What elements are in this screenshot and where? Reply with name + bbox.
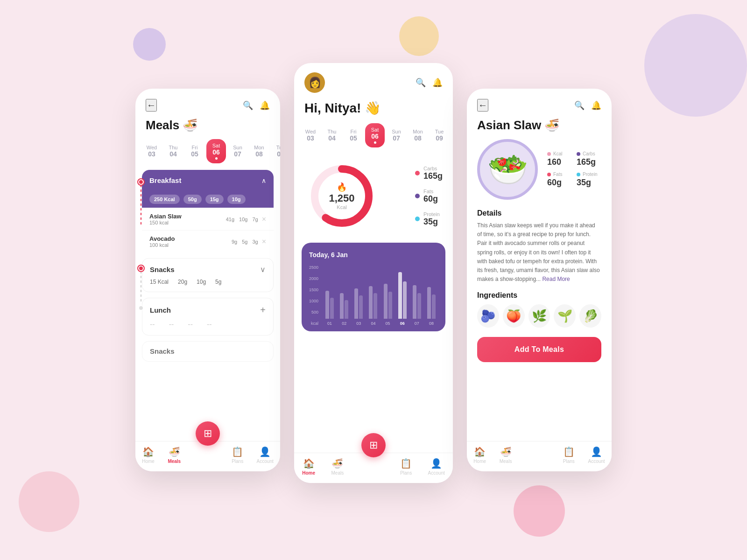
- add-to-meals-button[interactable]: Add To Meals: [477, 337, 601, 362]
- home-nav-account-label: Account: [428, 470, 445, 476]
- fab-button[interactable]: ⊞: [196, 421, 220, 446]
- home-nav-meals-label: Meals: [331, 470, 344, 476]
- home-active-dot: [374, 141, 376, 144]
- phone-home: 👩 🔍 🔔 Hi, Nitya! 👋 Wed 03 Thu 04 Fri 05 …: [294, 63, 453, 483]
- donut-area: 🔥 1,250 Kcal Carbs 165g Fats 60g: [294, 154, 453, 243]
- nav-home[interactable]: 🏠 Home: [142, 446, 155, 464]
- home-date-fri[interactable]: Fri 05: [344, 125, 363, 146]
- home-date-wed[interactable]: Wed 03: [301, 125, 320, 146]
- meals-body: Breakfast ∧ 250 Kcal 50g 15g 10g Asian S…: [135, 170, 280, 399]
- details-section: Details This Asian slaw keeps well if yo…: [477, 209, 601, 284]
- protein-value: 35g: [423, 217, 440, 227]
- home-nav-meals[interactable]: 🍜 Meals: [331, 458, 344, 476]
- bar-05: 05: [381, 284, 395, 326]
- bell-icon[interactable]: 🔔: [260, 100, 270, 111]
- snacks-carbs: 20g: [178, 279, 187, 285]
- food-plate: 🥗: [477, 139, 538, 200]
- breakfast-carbs-badge: 50g: [183, 195, 202, 204]
- plans-icon: 📋: [232, 446, 243, 457]
- home-icon: 🏠: [142, 446, 154, 457]
- breakfast-header[interactable]: Breakfast ∧: [142, 170, 274, 191]
- home-nav-home-label: Home: [302, 470, 315, 476]
- detail-protein-amount: 35g: [577, 178, 601, 188]
- detail-nav-home[interactable]: 🏠 Home: [473, 446, 486, 464]
- details-section-title: Details: [477, 209, 601, 217]
- bar-06-active: 06: [396, 272, 409, 326]
- bar-08: 08: [425, 287, 438, 326]
- phone-detail: ← 🔍 🔔 Asian Slaw 🍜 🥗 Kcal 160: [467, 89, 612, 471]
- detail-nav-account[interactable]: 👤 Account: [588, 446, 605, 464]
- lunch-section: Lunch + -- -- -- --: [142, 298, 274, 336]
- detail-nav-meals[interactable]: 🍜 Meals: [500, 446, 512, 464]
- home-meals-icon: 🍜: [331, 458, 343, 469]
- date-wed[interactable]: Wed 03: [142, 141, 162, 161]
- bar-07: 07: [410, 285, 423, 326]
- detail-header-icons: 🔍 🔔: [574, 100, 601, 111]
- nav-meals[interactable]: 🍜 Meals: [168, 446, 181, 464]
- home-date-tue[interactable]: Tue 09: [430, 125, 449, 146]
- avocado-macros: 9g 5g 3g: [232, 239, 258, 245]
- home-nav-account[interactable]: 👤 Account: [428, 458, 445, 476]
- home-date-thu[interactable]: Thu 04: [322, 125, 342, 146]
- avocado-name: Avocado: [149, 235, 228, 242]
- macro-protein: Protein 35g: [415, 211, 443, 227]
- detail-carbs-dot: [577, 152, 580, 156]
- home-date-sun[interactable]: Sun 07: [387, 125, 406, 146]
- home-search-icon[interactable]: 🔍: [416, 77, 426, 88]
- ingredient-3: 🌿: [529, 304, 550, 328]
- greeting-text: Hi, Nitya! 👋: [294, 98, 453, 123]
- chart-card: Today, 6 Jan 2500 2000 1500 1000 500 kca…: [302, 243, 445, 331]
- add-lunch-button[interactable]: +: [260, 305, 266, 315]
- snacks-header[interactable]: Snacks ∨: [150, 265, 266, 274]
- ingredient-2: 🍑: [503, 304, 525, 328]
- detail-protein-type: Protein: [583, 172, 598, 177]
- date-thu[interactable]: Thu 04: [163, 141, 183, 161]
- asian-slaw-macros: 41g 10g 7g: [226, 217, 258, 222]
- detail-search-icon[interactable]: 🔍: [574, 100, 585, 111]
- remove-asian-slaw-button[interactable]: ×: [262, 215, 266, 224]
- home-header-icons: 🔍 🔔: [416, 77, 443, 88]
- macro-kcal-cell: Kcal 160: [547, 151, 572, 167]
- nav-plans[interactable]: 📋 Plans: [232, 446, 243, 464]
- meals-icon: 🍜: [169, 446, 180, 457]
- nav-account[interactable]: 👤 Account: [257, 446, 274, 464]
- read-more-button[interactable]: Read More: [542, 276, 570, 282]
- breakfast-section: Breakfast ∧ 250 Kcal 50g 15g 10g Asian S…: [142, 170, 274, 252]
- asian-slaw-cal: 150 kcal: [149, 220, 222, 225]
- donut-kcal-label: Kcal: [329, 204, 354, 210]
- detail-nav-plans-label: Plans: [563, 459, 575, 464]
- user-avatar[interactable]: 👩: [304, 72, 325, 93]
- home-date-mon[interactable]: Mon 08: [408, 125, 428, 146]
- breakfast-macros-row: 250 Kcal 50g 15g 10g: [142, 191, 274, 208]
- detail-nav-plans[interactable]: 📋 Plans: [563, 446, 575, 464]
- back-button[interactable]: ←: [146, 99, 157, 112]
- ingredient-5: 🥬: [579, 304, 601, 328]
- macro-carbs: Carbs 165g: [415, 166, 443, 181]
- remove-avocado-button[interactable]: ×: [262, 238, 266, 246]
- date-sun[interactable]: Sun 07: [228, 141, 247, 161]
- bg-circle-pink-bottom: [19, 471, 79, 532]
- snacks-fats: 10g: [197, 279, 206, 285]
- date-sat-active[interactable]: Sat 06: [206, 139, 226, 163]
- bar-03: 03: [352, 288, 365, 326]
- detail-carbs-amount: 165g: [577, 157, 601, 167]
- home-nav-home[interactable]: 🏠 Home: [302, 458, 315, 476]
- snacks-macros: 15 Kcal 20g 10g 5g: [150, 274, 266, 285]
- detail-back-button[interactable]: ←: [477, 99, 488, 112]
- home-nav-plans-label: Plans: [400, 470, 412, 476]
- date-fri[interactable]: Fri 05: [185, 141, 204, 161]
- home-bell-icon[interactable]: 🔔: [432, 77, 443, 88]
- home-nav-plans[interactable]: 📋 Plans: [400, 458, 412, 476]
- date-tue[interactable]: Tue 09: [271, 141, 280, 161]
- detail-account-icon: 👤: [591, 446, 602, 457]
- search-icon[interactable]: 🔍: [243, 100, 253, 111]
- bg-circle-purple: [133, 28, 166, 61]
- home-fab-button[interactable]: ⊞: [361, 433, 386, 457]
- detail-nav-home-label: Home: [473, 459, 486, 464]
- detail-bell-icon[interactable]: 🔔: [591, 100, 601, 111]
- kcal-type: Kcal: [553, 151, 562, 156]
- lunch-header[interactable]: Lunch +: [150, 305, 266, 315]
- breakfast-fats-badge: 15g: [205, 195, 224, 204]
- home-date-sat-active[interactable]: Sat 06: [365, 123, 385, 147]
- date-mon[interactable]: Mon 08: [249, 141, 269, 161]
